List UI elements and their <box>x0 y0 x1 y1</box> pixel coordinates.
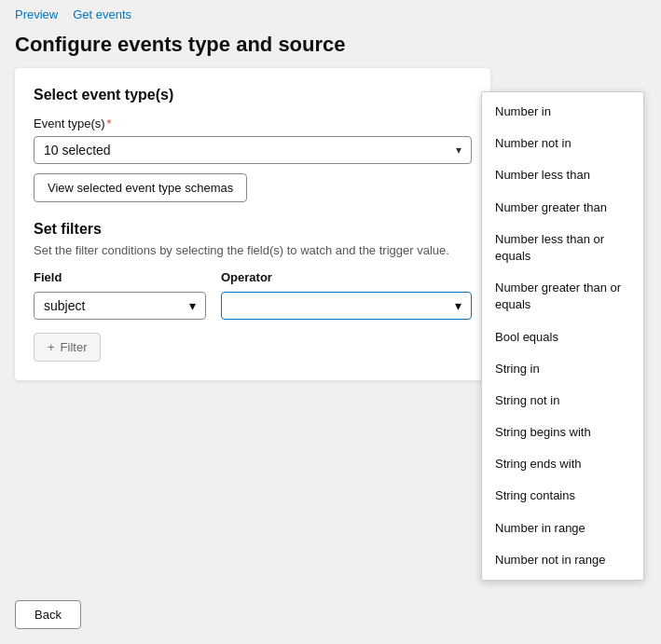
filter-field-dropdown[interactable]: subject ▾ <box>34 292 206 320</box>
filter-operator-dropdown[interactable]: ▾ <box>221 292 472 320</box>
dropdown-item-string-in[interactable]: String in <box>482 353 643 385</box>
dropdown-items-list: Number inNumber not inNumber less thanNu… <box>482 92 643 580</box>
chevron-down-icon: ▾ <box>456 144 461 157</box>
page-title: Configure events type and source <box>0 29 661 68</box>
field-column-header: Field <box>34 270 206 284</box>
plus-icon: + <box>48 340 55 354</box>
dropdown-item-number-in-range[interactable]: Number in range <box>482 513 643 544</box>
content-area: Select event type(s) Event type(s)* 10 s… <box>15 68 490 380</box>
operator-dropdown-overlay: Number inNumber not inNumber less thanNu… <box>481 91 644 581</box>
view-schemas-button[interactable]: View selected event type schemas <box>34 173 247 202</box>
dropdown-item-string-begins-with[interactable]: String begins with <box>482 417 643 448</box>
dropdown-item-number-not-in-range[interactable]: Number not in range <box>482 544 643 576</box>
operator-chevron-down-icon: ▾ <box>455 298 461 313</box>
nav-get-events-link[interactable]: Get events <box>73 7 131 21</box>
dropdown-item-number-greater-than[interactable]: Number greater than <box>482 192 643 224</box>
filter-field-selected-value: subject <box>44 298 85 313</box>
back-button[interactable]: Back <box>15 600 81 629</box>
set-filters-title: Set filters <box>34 221 472 238</box>
dropdown-item-string-contains[interactable]: String contains <box>482 480 643 512</box>
event-type-dropdown[interactable]: 10 selected ▾ <box>34 136 472 164</box>
nav-preview-link[interactable]: Preview <box>15 7 58 21</box>
event-type-selected-value: 10 selected <box>44 143 111 158</box>
dropdown-item-string-ends-with[interactable]: String ends with <box>482 448 643 480</box>
dropdown-item-number-not-in[interactable]: Number not in <box>482 128 643 159</box>
event-type-field-label: Event type(s)* <box>34 116 472 130</box>
required-star: * <box>107 116 112 130</box>
set-filters-description: Set the filter conditions by selecting t… <box>34 243 472 257</box>
add-filter-label: Filter <box>61 340 88 354</box>
dropdown-item-number-greater-than-or-equals[interactable]: Number greater than or equals <box>482 272 643 321</box>
dropdown-item-bool-equals[interactable]: Bool equals <box>482 322 643 353</box>
filter-row-headers: Field Operator <box>34 270 472 284</box>
operator-column-header: Operator <box>221 270 472 284</box>
filter-row: subject ▾ ▾ <box>34 292 472 320</box>
dropdown-item-number-in[interactable]: Number in <box>482 96 643 128</box>
top-nav: Preview Get events <box>0 0 661 29</box>
dropdown-item-string-not-in[interactable]: String not in <box>482 385 643 417</box>
add-filter-button: + Filter <box>34 333 101 362</box>
dropdown-item-number-less-than[interactable]: Number less than <box>482 159 643 191</box>
field-chevron-down-icon: ▾ <box>189 298 196 313</box>
event-type-section-title: Select event type(s) <box>34 87 472 103</box>
dropdown-item-number-less-than-or-equals[interactable]: Number less than or equals <box>482 224 643 272</box>
main-container: Preview Get events Configure events type… <box>0 0 661 644</box>
